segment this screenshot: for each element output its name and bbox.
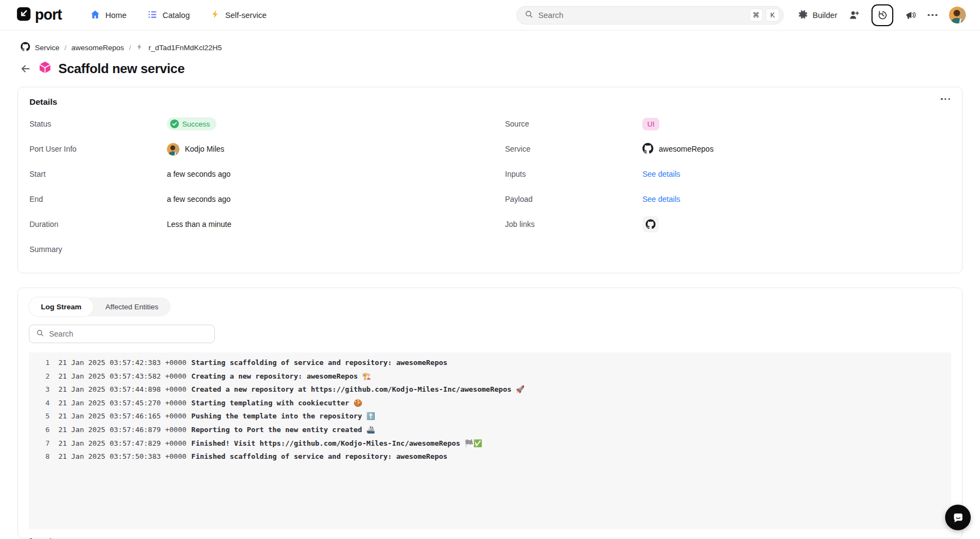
run-bolt-icon <box>136 43 143 52</box>
gear-icon <box>798 9 808 21</box>
log-line: 521 Jan 2025 03:57:46:165 +0000Pushing t… <box>29 410 951 423</box>
status-row: Status Success <box>29 111 474 136</box>
breadcrumb: Service / awesomeRepos / r_dTad1FnMdKcl2… <box>0 31 980 53</box>
history-icon <box>877 9 888 21</box>
job-link-github-button[interactable] <box>642 216 659 232</box>
details-menu-button[interactable] <box>941 98 950 100</box>
status-badge: Success <box>167 117 217 130</box>
log-line: 121 Jan 2025 03:57:42:383 +0000Starting … <box>29 356 951 370</box>
details-card: Details Status Success Port User Info <box>17 87 963 273</box>
end-label: End <box>29 195 167 203</box>
home-icon <box>90 9 100 21</box>
details-grid: Status Success Port User Info Kodjo Mile… <box>29 111 950 262</box>
github-icon <box>642 143 653 155</box>
payload-label: Payload <box>505 195 642 203</box>
log-line: 221 Jan 2025 03:57:43:582 +0000Creating … <box>29 370 951 384</box>
builder-label: Builder <box>813 11 837 20</box>
search-icon <box>525 10 533 21</box>
start-label: Start <box>29 170 167 178</box>
breadcrumb-service[interactable]: Service <box>35 44 59 52</box>
github-icon <box>21 42 30 53</box>
catalog-icon <box>147 9 158 21</box>
details-left-column: Status Success Port User Info Kodjo Mile… <box>29 111 474 262</box>
log-search-placeholder: Search <box>49 330 73 338</box>
source-badge: UI <box>642 118 659 130</box>
nav-item-catalog[interactable]: Catalog <box>147 9 190 21</box>
port-logo[interactable]: port <box>16 7 62 23</box>
job-links-label: Job links <box>505 220 642 229</box>
check-circle-icon <box>170 119 179 128</box>
inputs-row: Inputs See details <box>505 161 950 187</box>
end-row: End a few seconds ago <box>29 187 474 212</box>
invite-user-button[interactable] <box>849 9 860 21</box>
summary-row: Summary <box>29 237 474 262</box>
log-viewer[interactable]: 121 Jan 2025 03:57:42:383 +0000Starting … <box>29 352 951 529</box>
scaffold-cube-icon <box>38 61 52 76</box>
port-user-label: Port User Info <box>29 145 167 153</box>
page-header: Scaffold new service <box>0 53 980 76</box>
nav-item-home[interactable]: Home <box>90 9 127 21</box>
nav-item-self-service[interactable]: Self-service <box>211 9 267 21</box>
log-line: 621 Jan 2025 03:57:46:879 +0000Reporting… <box>29 423 951 437</box>
builder-button[interactable]: Builder <box>798 9 837 21</box>
search-icon <box>36 329 44 339</box>
summary-label: Summary <box>29 245 167 254</box>
service-value: awesomeRepos <box>659 145 713 153</box>
runs-history-button[interactable] <box>871 4 893 26</box>
port-user-row: Port User Info Kodjo Miles <box>29 136 474 161</box>
breadcrumb-run-id: r_dTad1FnMdKcl22H5 <box>148 44 221 52</box>
log-line: 721 Jan 2025 03:57:47:829 +0000Finished!… <box>29 437 951 451</box>
breadcrumb-awesome-repos[interactable]: awesomeRepos <box>71 44 124 52</box>
details-right-column: Source UI Service awesomeRepos Inputs Se… <box>505 111 950 262</box>
top-navbar: port Home Catalog Self-service Search ⌘ <box>0 0 980 31</box>
keycap-k: K <box>766 8 779 22</box>
inputs-label: Inputs <box>505 170 642 178</box>
nav-item-label: Self-service <box>225 11 267 20</box>
user-avatar-small <box>167 143 179 155</box>
breadcrumb-separator: / <box>64 44 67 52</box>
nav-item-label: Home <box>105 11 127 20</box>
log-line: 421 Jan 2025 03:57:45:270 +0000Starting … <box>29 397 951 410</box>
port-logo-icon <box>16 7 31 23</box>
global-search-input[interactable]: Search ⌘ K <box>516 6 784 25</box>
chat-bubble-icon <box>952 511 965 524</box>
port-user-value: Kodjo Miles <box>185 145 224 153</box>
payload-see-details-link[interactable]: See details <box>642 195 680 203</box>
log-card: Log Stream Affected Entities Search 121 … <box>17 288 963 538</box>
log-tabs: Log Stream Affected Entities <box>29 297 171 316</box>
details-title: Details <box>29 97 950 107</box>
chat-widget-button[interactable] <box>945 505 971 530</box>
main-nav: Home Catalog Self-service <box>90 9 266 21</box>
navbar-actions: Builder <box>798 4 966 26</box>
duration-value: Less than a minute <box>167 220 231 229</box>
source-label: Source <box>505 119 642 128</box>
start-row: Start a few seconds ago <box>29 161 474 187</box>
service-row: Service awesomeRepos <box>505 136 950 161</box>
tab-affected-entities[interactable]: Affected Entities <box>93 297 170 316</box>
duration-label: Duration <box>29 220 167 229</box>
status-label: Status <box>29 119 167 128</box>
github-icon <box>646 219 656 229</box>
payload-row: Payload See details <box>505 187 950 212</box>
log-search-input[interactable]: Search <box>29 325 215 343</box>
back-button[interactable] <box>20 63 32 75</box>
announcements-button[interactable] <box>905 9 916 21</box>
results-count: 8 results <box>29 537 951 539</box>
more-menu-button[interactable] <box>928 14 937 16</box>
keycap-cmd: ⌘ <box>749 8 763 22</box>
bolt-icon <box>211 9 220 21</box>
log-line: 321 Jan 2025 03:57:44:898 +0000Created a… <box>29 383 951 397</box>
nav-item-label: Catalog <box>163 11 190 20</box>
service-label: Service <box>505 145 642 153</box>
search-placeholder: Search <box>538 11 747 20</box>
duration-row: Duration Less than a minute <box>29 212 474 237</box>
end-value: a few seconds ago <box>167 195 231 203</box>
job-links-row: Job links <box>505 212 950 237</box>
user-avatar[interactable] <box>949 7 966 23</box>
start-value: a few seconds ago <box>167 170 231 178</box>
log-line: 821 Jan 2025 03:57:50:383 +0000Finished … <box>29 450 951 464</box>
source-row: Source UI <box>505 111 950 136</box>
brand-name: port <box>35 7 62 23</box>
tab-log-stream[interactable]: Log Stream <box>29 297 93 316</box>
inputs-see-details-link[interactable]: See details <box>642 170 680 178</box>
